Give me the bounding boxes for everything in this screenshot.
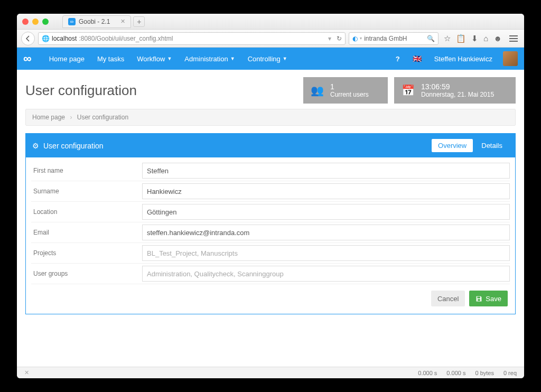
chevron-down-icon: ▼	[283, 56, 287, 61]
nav-controlling[interactable]: Controlling▼	[241, 48, 294, 70]
nav-username[interactable]: Steffen Hankiewicz	[428, 48, 499, 70]
close-tab-icon[interactable]: ✕	[120, 18, 125, 25]
user-groups-input	[142, 266, 510, 282]
tab-details[interactable]: Details	[475, 139, 509, 152]
url-field[interactable]: 🌐 localhost:8080/Goobi/uii/user_config.x…	[38, 32, 346, 45]
nav-home[interactable]: Home page	[43, 48, 91, 70]
label-location: Location	[31, 208, 142, 216]
breadcrumb: Home page User configuration	[25, 109, 516, 126]
language-flag-icon[interactable]: 🇬🇧	[406, 48, 428, 70]
search-field[interactable]: ◐▾ intranda GmbH 🔍	[349, 32, 439, 45]
users-count: 1	[330, 82, 369, 91]
chevron-down-icon: ▼	[167, 56, 172, 61]
breadcrumb-home[interactable]: Home page	[32, 114, 65, 121]
first-name-input[interactable]	[142, 163, 510, 179]
app-logo-icon[interactable]: ∞	[23, 52, 30, 66]
dropdown-icon[interactable]: ▾	[328, 35, 331, 42]
breadcrumb-current: User configuration	[77, 114, 128, 121]
clipboard-icon[interactable]: 📋	[456, 34, 466, 43]
current-users-box[interactable]: 👥 1 Current users	[303, 77, 388, 104]
surname-input[interactable]	[142, 183, 510, 199]
address-bar: 🌐 localhost:8080/Goobi/uii/user_config.x…	[17, 30, 524, 48]
bookmark-icon[interactable]: ☆	[444, 34, 451, 43]
panel-title: User configuration	[43, 142, 104, 150]
globe-icon: 🌐	[42, 35, 50, 42]
download-icon[interactable]: ⬇	[471, 34, 478, 43]
search-engine-icon: ◐	[352, 35, 358, 42]
tab-overview[interactable]: Overview	[432, 139, 473, 152]
url-path: :8080/Goobi/uii/user_config.xhtml	[79, 35, 173, 42]
location-input[interactable]	[142, 204, 510, 220]
favicon-icon: ∞	[68, 18, 76, 25]
minimize-window-icon[interactable]	[32, 18, 39, 25]
save-icon	[475, 295, 482, 302]
clock-time: 13:06:59	[421, 82, 494, 91]
browser-tab[interactable]: ∞ Goobi - 2.1 ✕	[62, 15, 131, 28]
users-label: Current users	[330, 91, 369, 98]
traffic-lights	[22, 18, 49, 25]
clock-date: Donnerstag, 21. Mai 2015	[421, 91, 494, 98]
tab-title: Goobi - 2.1	[79, 18, 110, 25]
user-config-panel: ⚙ User configuration Overview Details Fi…	[25, 133, 516, 314]
nav-administration[interactable]: Administration▼	[178, 48, 241, 70]
status-req: 0 req	[503, 370, 517, 376]
cancel-button[interactable]: Cancel	[431, 291, 465, 306]
calendar-icon: 📅	[402, 84, 415, 97]
status-bar: ✕ 0.000 s 0.000 s 0 bytes 0 req	[17, 367, 524, 378]
page-title: User configuration	[25, 82, 297, 99]
chevron-down-icon: ▼	[230, 56, 235, 61]
app-navbar: ∞ Home page My tasks Workflow▼ Administr…	[17, 48, 524, 70]
label-first-name: First name	[31, 167, 142, 174]
help-icon[interactable]: ?	[389, 48, 406, 70]
label-projects: Projects	[31, 249, 142, 257]
label-email: Email	[31, 229, 142, 236]
clock-box: 📅 13:06:59 Donnerstag, 21. Mai 2015	[394, 77, 516, 104]
search-text: intranda GmbH	[364, 35, 407, 42]
back-button[interactable]	[21, 32, 35, 45]
email-input[interactable]	[142, 225, 510, 240]
maximize-window-icon[interactable]	[42, 18, 49, 25]
status-time-1: 0.000 s	[418, 370, 437, 376]
nav-workflow[interactable]: Workflow▼	[130, 48, 178, 70]
nav-tasks[interactable]: My tasks	[91, 48, 130, 70]
projects-input	[142, 245, 510, 261]
status-time-2: 0.000 s	[446, 370, 465, 376]
users-icon: 👥	[311, 84, 324, 97]
gear-icon: ⚙	[32, 142, 39, 150]
face-icon[interactable]: ☻	[493, 34, 502, 43]
search-icon[interactable]: 🔍	[427, 35, 435, 42]
save-button[interactable]: Save	[469, 291, 508, 306]
menu-icon[interactable]	[507, 35, 520, 42]
new-tab-button[interactable]: +	[133, 16, 145, 27]
home-icon[interactable]: ⌂	[483, 34, 488, 43]
url-host: localhost	[52, 35, 77, 42]
statusbar-close-icon[interactable]: ✕	[24, 369, 29, 376]
close-window-icon[interactable]	[22, 18, 29, 25]
window-titlebar: ∞ Goobi - 2.1 ✕ +	[17, 14, 524, 30]
reload-icon[interactable]: ↻	[337, 35, 342, 42]
status-bytes: 0 bytes	[475, 370, 493, 376]
label-surname: Surname	[31, 188, 142, 195]
avatar[interactable]	[503, 51, 518, 66]
label-user-groups: User groups	[31, 270, 142, 277]
